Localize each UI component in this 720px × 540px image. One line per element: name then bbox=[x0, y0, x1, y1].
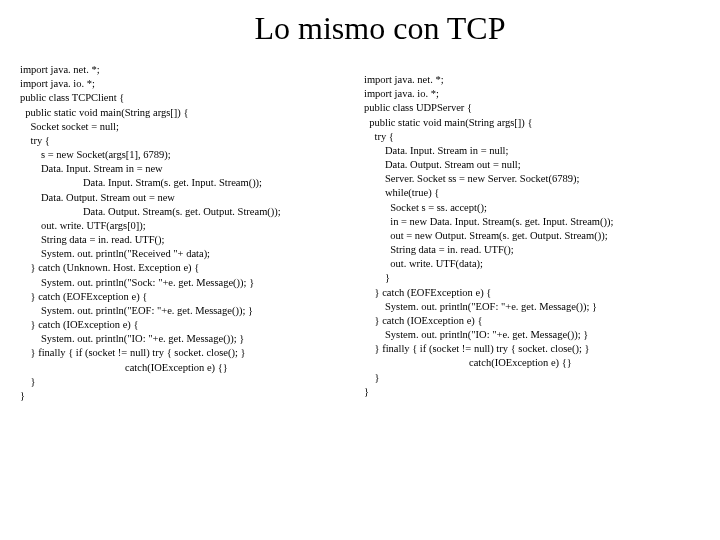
slide-title: Lo mismo con TCP bbox=[60, 10, 700, 47]
left-code-block: import java. net. *; import java. io. *;… bbox=[20, 63, 356, 403]
right-code-block: import java. net. *; import java. io. *;… bbox=[364, 63, 700, 403]
slide-container: Lo mismo con TCP import java. net. *; im… bbox=[0, 0, 720, 540]
code-columns: import java. net. *; import java. io. *;… bbox=[20, 63, 700, 403]
